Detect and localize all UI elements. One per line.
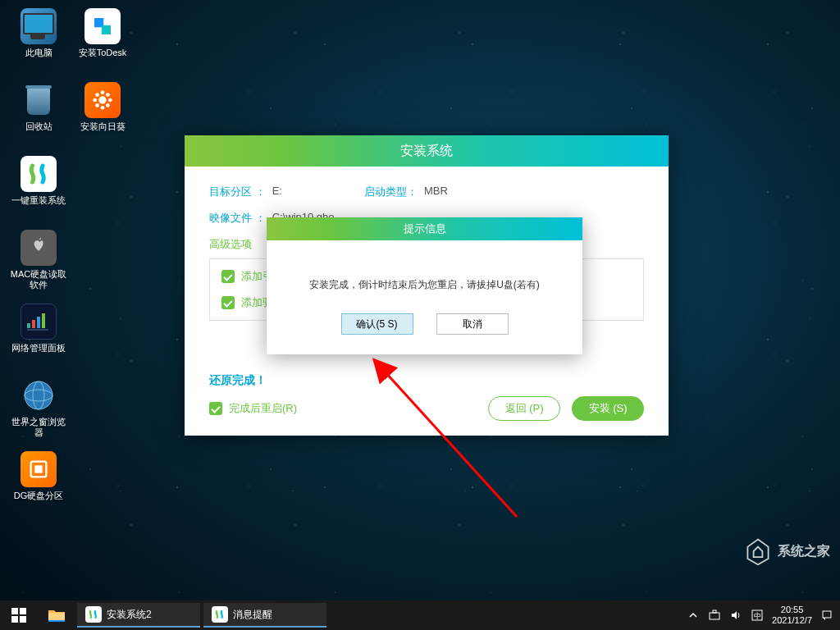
svg-rect-9 xyxy=(27,323,30,328)
boot-type-label: 启动类型： xyxy=(364,185,418,199)
svg-rect-28 xyxy=(713,610,716,613)
taskbar-clock[interactable]: 20:55 2021/12/7 xyxy=(772,605,812,626)
checkmark-icon xyxy=(221,296,235,309)
modal-message: 安装完成，倒计时结束后为您重启，请拔掉U盘(若有) xyxy=(267,240,582,313)
prompt-modal: 提示信息 安装完成，倒计时结束后为您重启，请拔掉U盘(若有) 确认(5 S) 取… xyxy=(267,217,582,354)
desktop-icon-browser[interactable]: 世界之窗浏览器 xyxy=(8,377,69,445)
install-window-title: 安装系统 xyxy=(185,135,669,167)
disk-genius-icon xyxy=(21,451,57,487)
mac-disk-icon xyxy=(21,230,57,266)
svg-rect-11 xyxy=(37,317,40,328)
desktop-icon-recycle-bin[interactable]: 回收站 xyxy=(8,82,69,149)
watermark: 系统之家 xyxy=(743,536,830,566)
tray-volume-icon[interactable] xyxy=(729,609,742,622)
app-icon xyxy=(85,606,102,623)
image-file-label: 映像文件 ： xyxy=(209,211,266,226)
svg-point-4 xyxy=(108,98,112,103)
taskbar-item-message[interactable]: 消息提醒 xyxy=(203,603,326,628)
svg-point-5 xyxy=(95,93,99,97)
target-partition-value: E: xyxy=(272,185,282,199)
svg-rect-31 xyxy=(823,611,831,618)
svg-text:中: 中 xyxy=(754,612,761,620)
taskbar-item-install[interactable]: 安装系统2 xyxy=(77,603,200,628)
svg-point-7 xyxy=(95,103,99,107)
tray-network-icon[interactable] xyxy=(708,609,721,622)
system-tray: 中 20:55 2021/12/7 xyxy=(687,605,840,626)
svg-rect-10 xyxy=(32,320,35,328)
boot-type-value: MBR xyxy=(424,185,448,199)
svg-rect-23 xyxy=(11,616,18,623)
windows-logo-icon xyxy=(11,608,26,623)
desktop-icon-todesk[interactable]: 安装ToDesk xyxy=(72,8,133,75)
confirm-button[interactable]: 确认(5 S) xyxy=(341,313,413,335)
start-button[interactable] xyxy=(0,600,38,630)
tray-notifications-icon[interactable] xyxy=(820,609,833,622)
svg-point-6 xyxy=(106,93,110,97)
reinstall-icon xyxy=(21,156,57,192)
svg-point-2 xyxy=(101,106,105,110)
checkmark-icon xyxy=(209,402,222,415)
svg-rect-25 xyxy=(48,613,65,621)
desktop-icon-this-pc[interactable]: 此电脑 xyxy=(8,8,69,75)
target-partition-label: 目标分区 ： xyxy=(209,185,266,199)
todesk-icon xyxy=(84,8,121,44)
svg-point-8 xyxy=(106,103,110,107)
svg-point-1 xyxy=(101,90,105,94)
network-panel-icon xyxy=(21,304,57,340)
recycle-bin-icon xyxy=(21,82,57,118)
app-icon xyxy=(212,606,228,623)
svg-rect-21 xyxy=(11,608,18,614)
svg-rect-19 xyxy=(34,465,42,472)
taskbar: 安装系统2 消息提醒 中 20:55 2021/12/7 xyxy=(0,600,840,630)
svg-rect-22 xyxy=(20,608,26,614)
restore-complete-label: 还原完成！ xyxy=(209,373,644,388)
pc-icon xyxy=(21,8,57,44)
folder-icon xyxy=(48,608,66,623)
desktop-icon-sunflower[interactable]: 安装向日葵 xyxy=(72,82,133,149)
file-explorer-button[interactable] xyxy=(38,600,75,630)
globe-icon xyxy=(21,377,57,413)
svg-rect-24 xyxy=(20,616,26,623)
svg-point-0 xyxy=(98,96,106,103)
svg-rect-13 xyxy=(27,329,48,331)
back-button[interactable]: 返回 (P) xyxy=(488,396,560,421)
tray-ime-icon[interactable]: 中 xyxy=(751,609,764,622)
desktop: 此电脑 安装ToDesk 回收站 安装向日葵 一键重装系统 MAC硬盘读取软件 … xyxy=(0,0,840,600)
cancel-button[interactable]: 取消 xyxy=(436,313,509,335)
desktop-icon-grid: 此电脑 安装ToDesk 回收站 安装向日葵 一键重装系统 MAC硬盘读取软件 … xyxy=(8,8,133,518)
desktop-icon-network-panel[interactable]: 网络管理面板 xyxy=(8,304,69,371)
desktop-icon-mac-read[interactable]: MAC硬盘读取软件 xyxy=(8,230,69,297)
tray-chevron-icon[interactable] xyxy=(687,609,700,622)
checkmark-icon xyxy=(221,270,235,283)
svg-rect-27 xyxy=(710,613,719,619)
svg-rect-12 xyxy=(42,313,45,328)
desktop-icon-reinstall[interactable]: 一键重装系统 xyxy=(8,156,69,223)
svg-point-3 xyxy=(93,98,97,103)
svg-rect-26 xyxy=(48,620,65,622)
modal-title: 提示信息 xyxy=(267,217,582,240)
checkbox-restart-after[interactable]: 完成后重启(R) xyxy=(209,401,297,416)
sunflower-icon xyxy=(84,82,121,118)
desktop-icon-dg[interactable]: DG硬盘分区 xyxy=(8,451,69,518)
install-button[interactable]: 安装 (S) xyxy=(572,396,644,421)
